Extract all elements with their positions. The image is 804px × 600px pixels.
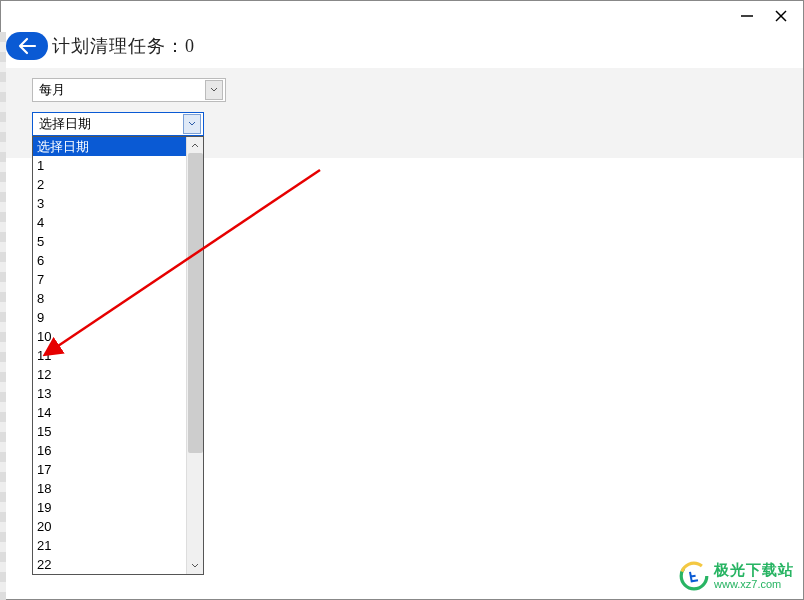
list-item[interactable]: 2 bbox=[33, 175, 186, 194]
list-item[interactable]: 18 bbox=[33, 479, 186, 498]
watermark-text: 极光下载站 www.xz7.com bbox=[714, 562, 794, 591]
list-item[interactable]: 4 bbox=[33, 213, 186, 232]
back-arrow-icon bbox=[17, 37, 37, 55]
list-item[interactable]: 8 bbox=[33, 289, 186, 308]
scroll-thumb[interactable] bbox=[188, 153, 203, 453]
watermark-logo-icon bbox=[678, 560, 710, 592]
list-item[interactable]: 3 bbox=[33, 194, 186, 213]
list-item[interactable]: 19 bbox=[33, 498, 186, 517]
list-item[interactable]: 13 bbox=[33, 384, 186, 403]
list-item[interactable]: 16 bbox=[33, 441, 186, 460]
list-item[interactable]: 20 bbox=[33, 517, 186, 536]
controls-bar: 每月 选择日期 选择日期 1 2 3 4 5 6 7 8 9 10 11 12 … bbox=[0, 68, 804, 158]
watermark-url: www.xz7.com bbox=[714, 578, 794, 590]
minimize-button[interactable] bbox=[740, 9, 754, 23]
scroll-up-icon[interactable] bbox=[187, 137, 203, 153]
list-item[interactable]: 9 bbox=[33, 308, 186, 327]
watermark: 极光下载站 www.xz7.com bbox=[678, 560, 794, 592]
frequency-select-wrap: 每月 bbox=[32, 78, 804, 102]
list-item[interactable]: 21 bbox=[33, 536, 186, 555]
list-item[interactable]: 22 bbox=[33, 555, 186, 574]
frequency-value: 每月 bbox=[39, 81, 65, 99]
list-item[interactable]: 10 bbox=[33, 327, 186, 346]
chevron-down-icon bbox=[205, 80, 223, 100]
list-item[interactable]: 17 bbox=[33, 460, 186, 479]
list-item[interactable]: 选择日期 bbox=[33, 137, 186, 156]
frequency-select[interactable]: 每月 bbox=[32, 78, 226, 102]
dropdown-items: 选择日期 1 2 3 4 5 6 7 8 9 10 11 12 13 14 15… bbox=[33, 137, 186, 574]
header: 计划清理任务：0 bbox=[0, 32, 804, 68]
left-edge-decoration bbox=[0, 32, 6, 600]
list-item[interactable]: 14 bbox=[33, 403, 186, 422]
title-bar bbox=[0, 0, 804, 32]
page-title: 计划清理任务：0 bbox=[52, 34, 195, 58]
list-item[interactable]: 5 bbox=[33, 232, 186, 251]
list-item[interactable]: 15 bbox=[33, 422, 186, 441]
date-select-value: 选择日期 bbox=[39, 115, 91, 133]
back-button[interactable] bbox=[6, 32, 48, 60]
date-select[interactable]: 选择日期 bbox=[32, 112, 204, 136]
list-item[interactable]: 6 bbox=[33, 251, 186, 270]
list-item[interactable]: 7 bbox=[33, 270, 186, 289]
date-dropdown-list: 选择日期 1 2 3 4 5 6 7 8 9 10 11 12 13 14 15… bbox=[32, 136, 204, 575]
list-item[interactable]: 12 bbox=[33, 365, 186, 384]
watermark-title: 极光下载站 bbox=[714, 562, 794, 579]
close-button[interactable] bbox=[774, 9, 788, 23]
list-item[interactable]: 1 bbox=[33, 156, 186, 175]
chevron-down-icon bbox=[183, 114, 201, 134]
list-item[interactable]: 11 bbox=[33, 346, 186, 365]
dropdown-scrollbar[interactable] bbox=[186, 137, 203, 574]
scroll-down-icon[interactable] bbox=[187, 558, 203, 574]
